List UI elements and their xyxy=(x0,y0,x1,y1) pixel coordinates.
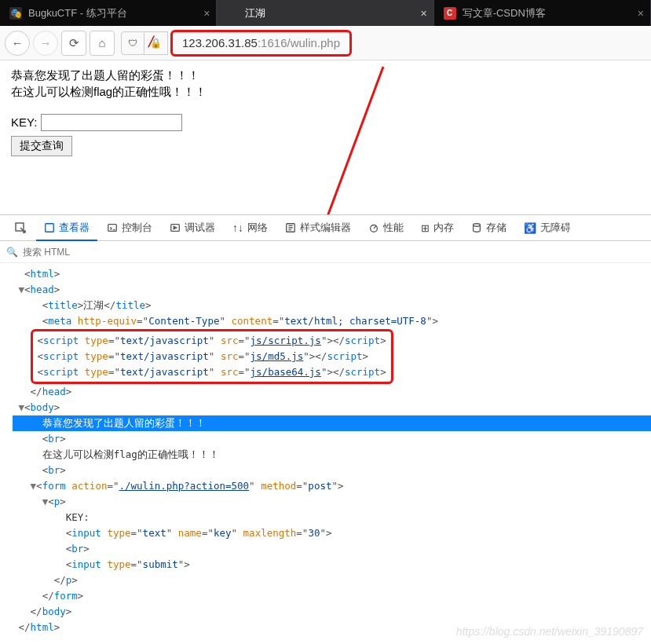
url-host: 123.206.31.85 xyxy=(182,36,258,49)
devtools-panel: 查看器 控制台 调试器 ↑↓网络 样式编辑器 性能 ⊞内存 存储 ♿无障碍 🔍 … xyxy=(0,214,651,644)
submit-button[interactable]: 提交查询 xyxy=(11,136,72,156)
favicon: C xyxy=(444,7,456,20)
tab-bugku[interactable]: 🎭 BugkuCTF - 练习平台 × xyxy=(0,0,217,26)
url-field[interactable]: 123.206.31.85:1616/wulin.php xyxy=(170,30,352,57)
tab-jianghu[interactable]: 江湖 × xyxy=(217,0,433,26)
dom-tree[interactable]: <html> ▼<head> <title>江湖</title> <meta h… xyxy=(0,263,651,635)
home-button[interactable]: ⌂ xyxy=(90,31,115,56)
search-input[interactable] xyxy=(23,247,645,258)
close-icon[interactable]: × xyxy=(638,7,644,20)
devtab-memory[interactable]: ⊞内存 xyxy=(413,215,462,241)
url-port: :1616 xyxy=(258,36,287,49)
forward-button[interactable]: → xyxy=(33,31,58,56)
element-picker-button[interactable] xyxy=(6,215,35,241)
tab-label: 写文章-CSDN博客 xyxy=(463,6,638,20)
page-content: 恭喜您发现了出题人留的彩蛋！！！ 在这儿可以检测flag的正确性哦！！！ KEY… xyxy=(0,60,651,163)
insecure-icon[interactable]: 🔒╱ xyxy=(144,31,168,55)
key-label: KEY: xyxy=(11,115,37,129)
favicon: 🎭 xyxy=(9,7,22,20)
devtools-search: 🔍 xyxy=(0,241,651,263)
svg-rect-2 xyxy=(46,223,54,232)
devtools-tabbar: 查看器 控制台 调试器 ↑↓网络 样式编辑器 性能 ⊞内存 存储 ♿无障碍 xyxy=(0,215,651,241)
devtab-storage[interactable]: 存储 xyxy=(463,215,514,241)
svg-point-7 xyxy=(474,224,481,227)
watermark: https://blog.csdn.net/weixin_39190897 xyxy=(456,625,643,638)
url-path: /wulin.php xyxy=(287,36,340,49)
tab-csdn[interactable]: C 写文章-CSDN博客 × xyxy=(434,0,651,26)
page-text-1: 恭喜您发现了出题人留的彩蛋！！！ xyxy=(11,68,640,83)
close-icon[interactable]: × xyxy=(203,7,210,20)
key-form: KEY: 提交查询 xyxy=(11,114,640,156)
devtab-console[interactable]: 控制台 xyxy=(99,215,160,241)
tab-label: BugkuCTF - 练习平台 xyxy=(28,6,203,20)
devtab-inspector[interactable]: 查看器 xyxy=(36,215,97,241)
close-icon[interactable]: × xyxy=(420,7,426,20)
back-button[interactable]: ← xyxy=(5,31,30,56)
url-security-box: 🛡 🔒╱ xyxy=(121,31,168,55)
devtab-styles[interactable]: 样式编辑器 xyxy=(277,215,359,241)
key-input[interactable] xyxy=(41,114,182,131)
devtab-performance[interactable]: 性能 xyxy=(360,215,411,241)
devtab-network[interactable]: ↑↓网络 xyxy=(225,215,276,241)
page-text-2: 在这儿可以检测flag的正确性哦！！！ xyxy=(11,85,640,100)
devtab-debugger[interactable]: 调试器 xyxy=(162,215,223,241)
reload-button[interactable]: ⟳ xyxy=(61,31,86,56)
svg-rect-3 xyxy=(108,225,117,232)
devtab-accessibility[interactable]: ♿无障碍 xyxy=(516,215,579,241)
favicon xyxy=(226,7,239,20)
shield-icon[interactable]: 🛡 xyxy=(121,31,144,55)
search-icon: 🔍 xyxy=(6,247,18,258)
url-toolbar: ← → ⟳ ⌂ 🛡 🔒╱ 123.206.31.85:1616/wulin.ph… xyxy=(0,26,651,60)
tab-label: 江湖 xyxy=(245,6,420,20)
browser-tabbar: 🎭 BugkuCTF - 练习平台 × 江湖 × C 写文章-CSDN博客 × xyxy=(0,0,651,26)
